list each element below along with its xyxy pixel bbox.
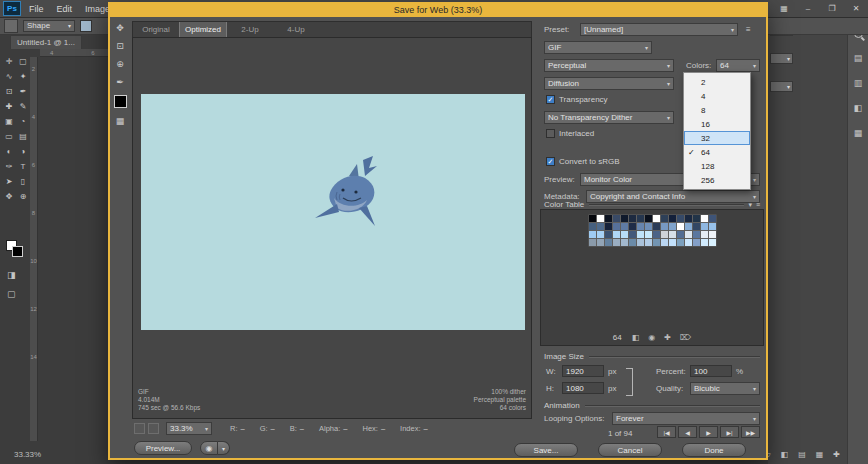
width-input[interactable]: 1920: [562, 365, 604, 377]
convert-srgb-checkbox[interactable]: ✓: [546, 157, 555, 166]
color-swatch[interactable]: [685, 223, 692, 230]
dialog-title[interactable]: Save for Web (33.3%): [110, 4, 766, 17]
channels-icon[interactable]: ▦: [816, 450, 824, 459]
panel-menu-icon[interactable]: ≡: [756, 201, 760, 208]
eyedropper-tool[interactable]: ✒: [116, 77, 124, 87]
crop-tool[interactable]: ⊡: [3, 87, 15, 97]
color-swatch[interactable]: [589, 223, 596, 230]
color-swatch[interactable]: [637, 231, 644, 238]
color-swatch[interactable]: [709, 231, 716, 238]
eraser-tool[interactable]: ▭: [3, 132, 15, 142]
color-swatch[interactable]: [701, 231, 708, 238]
color-swatch[interactable]: [637, 239, 644, 246]
optimized-image-canvas[interactable]: [141, 94, 525, 330]
zoom-tool[interactable]: ⊕: [17, 192, 29, 202]
color-swatch[interactable]: [645, 215, 652, 222]
color-swatch[interactable]: [693, 231, 700, 238]
color-swatch[interactable]: [669, 215, 676, 222]
history-brush-tool[interactable]: ◔: [17, 117, 29, 127]
color-swatch[interactable]: [701, 223, 708, 230]
color-swatch[interactable]: [669, 231, 676, 238]
brush-tool[interactable]: ✎: [17, 102, 29, 112]
statusbar-icon[interactable]: [134, 423, 145, 434]
zoom-level-select[interactable]: 33.3% ▾: [166, 422, 212, 435]
first-frame-button[interactable]: |◀: [657, 426, 676, 438]
color-swatch[interactable]: [637, 215, 644, 222]
interlaced-checkbox[interactable]: [546, 129, 555, 138]
next-frame-button[interactable]: ▶|: [720, 426, 739, 438]
gradient-tool[interactable]: ▤: [17, 132, 29, 142]
color-swatch[interactable]: [653, 215, 660, 222]
color-swatch[interactable]: [677, 215, 684, 222]
tab-4up[interactable]: 4-Up: [273, 22, 319, 37]
quick-selection-tool[interactable]: ✦: [17, 72, 29, 82]
hand-tool[interactable]: ✥: [116, 23, 124, 33]
color-swatch[interactable]: [589, 231, 596, 238]
percent-input[interactable]: 100: [690, 365, 732, 377]
dither-method-select[interactable]: Diffusion ▾: [544, 77, 674, 90]
colors-option-16[interactable]: 16: [684, 117, 750, 131]
adjustments-icon[interactable]: ◧: [781, 450, 789, 459]
marquee-tool[interactable]: ▢: [17, 57, 29, 67]
colors-option-2[interactable]: 2: [684, 75, 750, 89]
color-swatch[interactable]: [661, 239, 668, 246]
colors-option-256[interactable]: 256: [684, 173, 750, 187]
colors-option-128[interactable]: 128: [684, 159, 750, 173]
color-swatch[interactable]: [709, 223, 716, 230]
add-icon[interactable]: ✚: [833, 450, 840, 459]
color-swatch[interactable]: [661, 231, 668, 238]
color-swatch[interactable]: [693, 223, 700, 230]
maximize-button[interactable]: ❐: [820, 0, 844, 17]
workspace-icon[interactable]: ▦: [772, 0, 796, 17]
path-selection-tool[interactable]: ➤: [3, 177, 15, 187]
color-swatch[interactable]: [701, 239, 708, 246]
libraries-panel-icon[interactable]: ▥: [854, 78, 863, 88]
color-swatch[interactable]: [589, 215, 596, 222]
color-swatch[interactable]: [645, 231, 652, 238]
menu-edit[interactable]: Edit: [57, 4, 73, 14]
color-swatch[interactable]: [613, 215, 620, 222]
color-swatch[interactable]: [709, 239, 716, 246]
type-tool[interactable]: T: [17, 162, 29, 172]
fill-color-chip[interactable]: [80, 20, 92, 32]
color-swatch[interactable]: [613, 231, 620, 238]
color-swatch[interactable]: [661, 215, 668, 222]
link-dimensions-icon[interactable]: [626, 368, 633, 396]
tool-mode-select[interactable]: Shape ▾: [23, 20, 75, 32]
previous-frame-button[interactable]: ◀: [678, 426, 697, 438]
colors-option-32[interactable]: 32: [684, 131, 750, 145]
move-tool[interactable]: ✛: [3, 57, 15, 67]
format-select[interactable]: GIF ▾: [544, 41, 652, 54]
color-swatch[interactable]: [621, 239, 628, 246]
tab-original[interactable]: Original: [133, 22, 179, 37]
quick-mask-icon[interactable]: ◨: [7, 270, 16, 280]
layers-icon[interactable]: ▤: [798, 450, 806, 459]
color-swatch[interactable]: [701, 215, 708, 222]
browser-preview-button[interactable]: ◉ ▾: [200, 441, 230, 455]
tab-optimized[interactable]: Optimized: [179, 22, 227, 37]
color-swatch[interactable]: [677, 223, 684, 230]
color-swatch[interactable]: [653, 223, 660, 230]
color-swatch[interactable]: [629, 223, 636, 230]
add-color-icon[interactable]: ✚: [664, 333, 671, 342]
color-swatch[interactable]: [629, 215, 636, 222]
height-input[interactable]: 1080: [562, 382, 604, 394]
slice-select-tool[interactable]: ⊡: [116, 41, 124, 51]
preview-button[interactable]: Preview...: [134, 441, 192, 455]
color-swatch[interactable]: [589, 239, 596, 246]
color-swatch[interactable]: [629, 239, 636, 246]
collapsed-panel-select[interactable]: ▾: [770, 81, 793, 92]
menu-file[interactable]: File: [29, 4, 44, 14]
play-button[interactable]: ▶: [699, 426, 718, 438]
preset-select[interactable]: [Unnamed] ▾: [580, 23, 738, 36]
color-swatch[interactable]: [613, 223, 620, 230]
transparency-checkbox[interactable]: ✓: [546, 95, 555, 104]
color-swatch[interactable]: [621, 215, 628, 222]
blur-tool[interactable]: ◐: [3, 147, 15, 157]
snap-web-palette-icon[interactable]: ◧: [632, 333, 640, 342]
quality-select[interactable]: Bicubic ▾: [690, 382, 760, 395]
healing-brush-tool[interactable]: ✚: [3, 102, 15, 112]
eyedropper-color-swatch[interactable]: [114, 95, 127, 108]
color-swatch[interactable]: [645, 223, 652, 230]
color-swatch[interactable]: [669, 223, 676, 230]
